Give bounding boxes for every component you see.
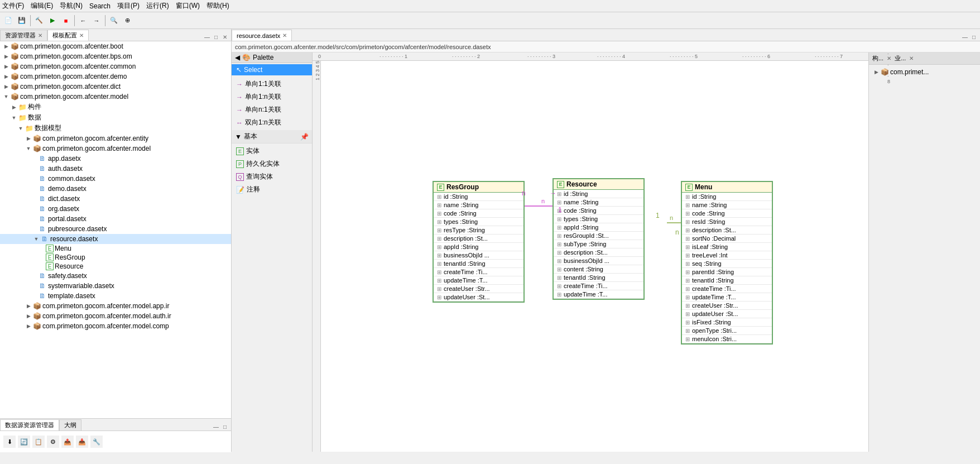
palette-rel-3[interactable]: → 单向n:1关联 [232,103,312,116]
palette-query[interactable]: Q 查询实体 [232,170,312,183]
toolbar-build[interactable]: 🔨 [33,15,45,27]
menu-nav[interactable]: 导航(N) [60,1,83,11]
menu-run[interactable]: 运行(R) [146,1,169,11]
tab-datasource[interactable]: 数据源资源管理器 [0,419,59,430]
tree-item-demo2[interactable]: 🗎 demo.dasetx [0,184,231,194]
tree-item-template[interactable]: 🗎 template.dasetx [0,291,231,301]
tree-item-menu[interactable]: E Menu [0,244,231,253]
toolbar-back[interactable]: ← [77,15,89,27]
right-sidebar-industry[interactable]: 业... [891,53,909,64]
toggle-comp[interactable]: ▶ [25,323,32,329]
tree-item-comp[interactable]: ▶ 📦 com.primeton.gocom.afcenter.model.co… [0,321,231,331]
palette-rel-2[interactable]: → 单向1:n关联 [232,90,312,103]
tree-panel[interactable]: ▶ 📦 com.primeton.gocom.afcenter.boot ▶ 📦… [0,41,231,418]
tree-item-common2[interactable]: 🗎 common.dasetx [0,174,231,184]
tree-item-model-pkg[interactable]: ▼ 📦 com.primeton.gocom.afcenter.model [0,143,231,154]
toggle-common[interactable]: ▶ [2,64,10,69]
editor-tab-close[interactable]: ✕ [282,32,287,39]
toggle-model-pkg[interactable]: ▼ [25,146,32,151]
palette-entity[interactable]: E 实体 [232,145,312,157]
tree-item-datamodel[interactable]: ▼ 📁 数据模型 [0,123,231,133]
toggle-demo[interactable]: ▶ [2,74,10,79]
tree-item-app-ir[interactable]: ▶ 📦 com.primeton.gocom.afcenter.model.ap… [0,301,231,311]
toggle-dict[interactable]: ▶ [2,84,10,89]
left-panel-close[interactable]: ✕ [221,33,229,41]
entity-resource[interactable]: E Resource ⊞id :String ⊞name :String ⊞co… [553,178,645,300]
toolbar-run[interactable]: ▶ [46,15,59,27]
toggle-boot[interactable]: ▶ [2,44,10,49]
tree-item-entity-pkg[interactable]: ▶ 📦 com.primeton.gocom.afcenter.entity [0,133,231,143]
toolbar-zoom[interactable]: ⊕ [121,15,133,27]
toolbar-search[interactable]: 🔍 [108,15,120,27]
tree-item-resource[interactable]: ▼ 🗎 resource.dasetx [0,234,231,244]
tree-item-auth[interactable]: 🗎 auth.dasetx [0,164,231,174]
toolbar-save[interactable]: 💾 [16,15,28,27]
palette-select[interactable]: ↖ Select [232,64,312,75]
toggle-app-ir[interactable]: ▶ [25,303,32,309]
menu-file[interactable]: 文件(F) [2,1,24,11]
tree-item-dict2[interactable]: 🗎 dict.dasetx [0,194,231,204]
palette-rel-4[interactable]: ↔ 双向1:n关联 [232,116,312,129]
tree-item-gj[interactable]: ▶ 📁 构件 [0,102,231,112]
tab-outline[interactable]: 大纲 [59,419,81,430]
toggle-auth-ir[interactable]: ▶ [25,313,32,319]
editor-tab-resource[interactable]: resource.dasetx ✕ [232,30,292,41]
menu-edit[interactable]: 编辑(E) [31,1,53,11]
tab-resource-manager[interactable]: 资源管理器 ✕ [0,30,47,41]
menu-help[interactable]: 帮助(H) [206,1,229,11]
tree-item-portal[interactable]: 🗎 portal.dasetx [0,214,231,224]
toggle-bps[interactable]: ▶ [2,54,10,59]
bottom-btn-4[interactable]: ⚙ [47,436,59,448]
menu-window[interactable]: 窗口(W) [176,1,200,11]
palette-rel-1[interactable]: → 单向1:1关联 [232,78,312,90]
left-panel-minimize[interactable]: — [203,33,211,41]
tree-item-model[interactable]: ▼ 📦 com.primeton.gocom.afcenter.model [0,92,231,102]
tab-template-config[interactable]: 模板配置 ✕ [47,30,89,41]
tree-item-org[interactable]: 🗎 org.dasetx [0,204,231,214]
toolbar-new[interactable]: 📄 [2,15,15,27]
palette-collapse[interactable]: ◀ [235,54,240,61]
tree-item-resource-entity[interactable]: E Resource [0,262,231,271]
tree-item-bps[interactable]: ▶ 📦 com.primeton.gocom.afcenter.bps.om [0,51,231,61]
toggle-gj[interactable]: ▶ [10,104,18,110]
toggle-resource[interactable]: ▼ [32,236,40,242]
editor-maximize[interactable]: □ [970,33,978,41]
palette-basic-header[interactable]: ▼ 基本 📌 [232,130,312,143]
diagram-canvas[interactable]: n 1 1 n [321,61,868,452]
bottom-btn-6[interactable]: 📥 [76,436,88,448]
left-panel-maximize[interactable]: □ [212,33,220,41]
tree-item-sysvar[interactable]: 🗎 systemvariable.dasetx [0,281,231,291]
toolbar-forward[interactable]: → [90,15,103,27]
bottom-btn-3[interactable]: 📋 [32,436,45,448]
toggle-entity-pkg[interactable]: ▶ [25,136,32,141]
tree-item-safety[interactable]: 🗎 safety.dasetx [0,271,231,281]
bottom-btn-1[interactable]: ⬇ [3,436,16,448]
menu-search[interactable]: Search [89,2,111,10]
tab-template-config-close[interactable]: ✕ [79,32,84,39]
tree-item-boot[interactable]: ▶ 📦 com.primeton.gocom.afcenter.boot [0,41,231,51]
tree-item-auth-ir[interactable]: ▶ 📦 com.primeton.gocom.afcenter.model.au… [0,311,231,321]
basic-toggle[interactable]: ▼ [235,133,242,141]
tab-resource-manager-close[interactable]: ✕ [38,32,42,39]
entity-menu[interactable]: E Menu ⊞id :String ⊞name :String ⊞code :… [681,181,773,345]
tree-item-common[interactable]: ▶ 📦 com.primeton.gocom.afcenter.common [0,61,231,71]
toggle-datamodel[interactable]: ▼ [17,126,25,131]
tree-item-dict[interactable]: ▶ 📦 com.primeton.gocom.afcenter.dict [0,82,231,92]
bottom-minimize[interactable]: — [212,423,220,430]
toggle-model[interactable]: ▼ [2,94,10,99]
tree-item-pubresource[interactable]: 🗎 pubresource.dasetx [0,224,231,234]
tree-item-resgroup[interactable]: E ResGroup [0,253,231,262]
right-sidebar-construct[interactable]: 构... [869,53,887,64]
toolbar-stop[interactable]: ■ [60,15,72,27]
tree-item-data[interactable]: ▼ 📁 数据 [0,112,231,123]
tree-item-demo[interactable]: ▶ 📦 com.primeton.gocom.afcenter.demo [0,71,231,82]
tree-item-app[interactable]: 🗎 app.dasetx [0,154,231,164]
palette-note[interactable]: 📝 注释 [232,183,312,196]
bottom-btn-2[interactable]: 🔄 [18,436,30,448]
menu-project[interactable]: 项目(P) [117,1,140,11]
right-sidebar-toggle[interactable]: ▶ [872,69,880,75]
bottom-maximize[interactable]: □ [221,423,229,430]
right-sidebar-industry-close[interactable]: ✕ [909,55,914,61]
palette-persist[interactable]: P 持久化实体 [232,157,312,170]
bottom-btn-5[interactable]: 📤 [61,436,74,448]
